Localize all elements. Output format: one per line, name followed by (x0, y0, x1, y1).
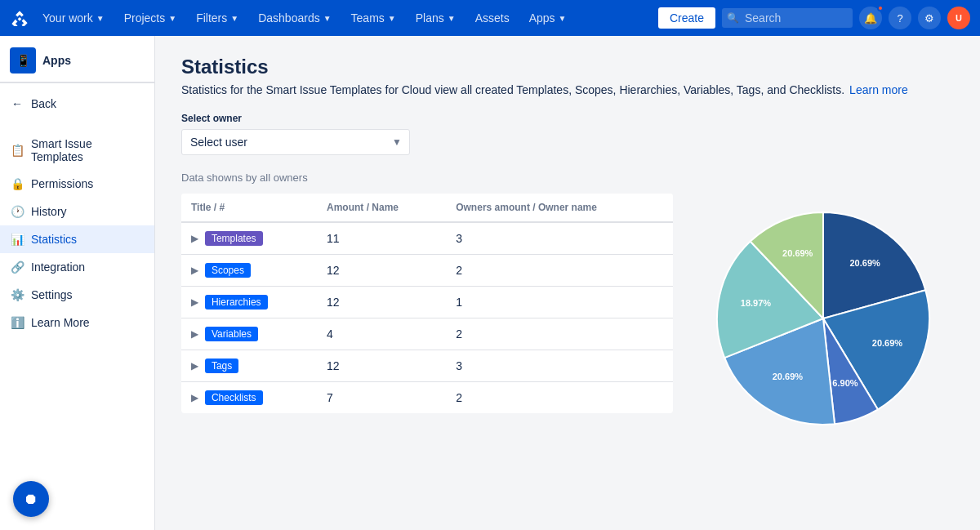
expand-icon[interactable]: ▶ (191, 392, 198, 403)
col-amount: Amount / Name (317, 194, 446, 222)
chart-section: 20.69%20.69%6.90%20.69%18.97%20.69% (693, 171, 954, 441)
row-tag-badge: Templates (205, 231, 263, 246)
pie-label-2: 6.90% (832, 378, 858, 388)
user-avatar[interactable]: U (947, 7, 970, 29)
row-title-cell: ▶ Variables (181, 318, 317, 350)
row-tag-badge: Hierarchies (205, 295, 268, 310)
filters-menu[interactable]: Filters ▼ (189, 8, 245, 28)
pie-label-1: 20.69% (872, 338, 903, 348)
jira-logo[interactable] (10, 8, 29, 28)
expand-icon[interactable]: ▶ (191, 360, 198, 372)
record-button[interactable]: ⏺ (13, 481, 49, 517)
learn-more-link[interactable]: Learn more (849, 83, 908, 96)
row-owners-cell: 3 (446, 350, 673, 382)
search-input[interactable] (722, 8, 853, 28)
row-title-cell: ▶ Tags (181, 350, 317, 382)
pie-label-4: 18.97% (741, 298, 772, 308)
row-title-cell: ▶ Templates (181, 222, 317, 255)
expand-icon[interactable]: ▶ (191, 328, 198, 340)
search-wrapper: 🔍 (722, 8, 853, 28)
col-title: Title / # (181, 194, 317, 222)
app-layout: 📱 Apps ← Back 📋 Smart Issue Templates 🔒 … (0, 36, 980, 530)
notification-badge (877, 5, 884, 11)
row-tag-badge: Variables (205, 327, 258, 341)
learn-more-icon: ℹ️ (10, 315, 24, 330)
pie-chart: 20.69%20.69%6.90%20.69%18.97%20.69% (701, 196, 946, 441)
owner-select[interactable]: Select user (181, 129, 410, 155)
select-owner-label: Select owner (181, 113, 954, 124)
history-icon: 🕐 (10, 204, 24, 219)
pie-svg: 20.69%20.69%6.90%20.69%18.97%20.69% (701, 196, 946, 441)
help-button[interactable]: ? (889, 7, 911, 29)
row-title-cell: ▶ Hierarchies (181, 287, 317, 318)
pie-label-0: 20.69% (849, 258, 880, 268)
statistics-table: Title / # Amount / Name Owners amount / … (181, 194, 673, 413)
row-tag-badge: Tags (205, 359, 238, 373)
page-title: Statistics (181, 56, 954, 78)
projects-menu[interactable]: Projects ▼ (118, 8, 183, 28)
sidebar-app-header: 📱 Apps (0, 36, 154, 82)
row-title-cell: ▶ Checklists (181, 382, 317, 414)
expand-icon[interactable]: ▶ (191, 265, 198, 276)
top-navigation: Your work ▼ Projects ▼ Filters ▼ Dashboa… (0, 0, 980, 36)
row-amount-cell: 7 (317, 382, 446, 414)
sidebar-nav: 📋 Smart Issue Templates 🔒 Permissions 🕐 … (0, 124, 154, 530)
table-row[interactable]: ▶ Checklists 7 2 (181, 382, 673, 414)
owner-select-wrapper: Select user ▼ (181, 129, 410, 155)
settings-button[interactable]: ⚙ (918, 7, 941, 29)
row-owners-cell: 3 (446, 222, 673, 255)
table-row[interactable]: ▶ Scopes 12 2 (181, 255, 673, 287)
notifications-wrapper: 🔔 (859, 7, 882, 29)
sidebar-item-settings[interactable]: ⚙️ Settings (0, 281, 154, 309)
sidebar-item-permissions[interactable]: 🔒 Permissions (0, 170, 154, 198)
back-icon: ← (10, 96, 24, 111)
plans-menu[interactable]: Plans ▼ (409, 8, 462, 28)
sidebar-item-learn-more[interactable]: ℹ️ Learn More (0, 309, 154, 336)
page-description: Statistics for the Smart Issue Templates… (181, 83, 954, 96)
sidebar-item-integration[interactable]: 🔗 Integration (0, 253, 154, 281)
expand-icon[interactable]: ▶ (191, 233, 198, 244)
content-area: Data showns by all owners Title / # Amou… (181, 171, 954, 441)
settings-icon: ⚙️ (10, 287, 24, 302)
sidebar: 📱 Apps ← Back 📋 Smart Issue Templates 🔒 … (0, 36, 155, 530)
table-row[interactable]: ▶ Hierarchies 12 1 (181, 287, 673, 318)
row-title-cell: ▶ Scopes (181, 255, 317, 287)
sidebar-item-history[interactable]: 🕐 History (0, 198, 154, 225)
your-work-menu[interactable]: Your work ▼ (36, 8, 111, 28)
row-owners-cell: 2 (446, 255, 673, 287)
dashboards-menu[interactable]: Dashboards ▼ (252, 8, 337, 28)
app-icon: 📱 (10, 47, 36, 73)
table-section: Data showns by all owners Title / # Amou… (181, 171, 673, 441)
row-amount-cell: 4 (317, 318, 446, 350)
permissions-icon: 🔒 (10, 176, 24, 191)
row-owners-cell: 2 (446, 382, 673, 414)
expand-icon[interactable]: ▶ (191, 296, 198, 308)
assets-menu[interactable]: Assets (469, 8, 516, 28)
sidebar-item-smart-issue-templates[interactable]: 📋 Smart Issue Templates (0, 131, 154, 170)
integration-icon: 🔗 (10, 260, 24, 274)
table-row[interactable]: ▶ Variables 4 2 (181, 318, 673, 350)
smart-templates-icon: 📋 (10, 143, 24, 158)
your-work-chevron: ▼ (96, 14, 105, 23)
statistics-icon: 📊 (10, 232, 24, 247)
row-amount-cell: 12 (317, 350, 446, 382)
pie-label-5: 20.69% (782, 248, 813, 258)
search-icon: 🔍 (727, 12, 739, 24)
row-tag-badge: Scopes (205, 263, 251, 278)
sidebar-item-statistics[interactable]: 📊 Statistics (0, 225, 154, 253)
row-owners-cell: 1 (446, 287, 673, 318)
data-label: Data showns by all owners (181, 171, 673, 184)
table-row[interactable]: ▶ Tags 12 3 (181, 350, 673, 382)
table-header-row: Title / # Amount / Name Owners amount / … (181, 194, 673, 222)
apps-menu[interactable]: Apps ▼ (523, 8, 573, 28)
table-row[interactable]: ▶ Templates 11 3 (181, 222, 673, 255)
row-owners-cell: 2 (446, 318, 673, 350)
row-amount-cell: 12 (317, 287, 446, 318)
back-button[interactable]: ← Back (0, 90, 154, 118)
create-button[interactable]: Create (658, 7, 715, 29)
table-body: ▶ Templates 11 3 ▶ Scopes 12 2 ▶ Hierarc… (181, 222, 673, 413)
teams-menu[interactable]: Teams ▼ (345, 8, 403, 28)
col-owners: Owners amount / Owner name (446, 194, 673, 222)
pie-label-3: 20.69% (773, 372, 804, 381)
row-amount-cell: 12 (317, 255, 446, 287)
